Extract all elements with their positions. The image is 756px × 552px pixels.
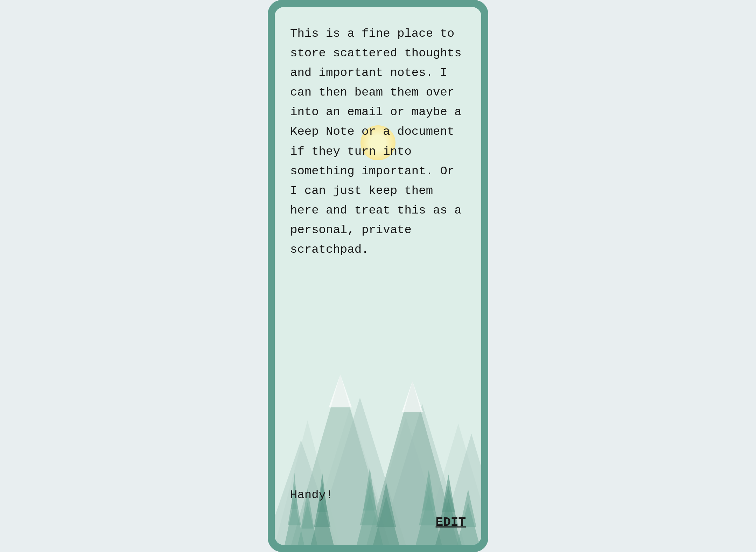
note-main-text: This is a fine place to store scattered … <box>290 24 466 464</box>
edit-button[interactable]: EDIT <box>436 515 466 530</box>
note-content: This is a fine place to store scattered … <box>275 7 481 485</box>
card-inner: This is a fine place to store scattered … <box>275 7 481 545</box>
bottom-area: Handy! EDIT <box>275 485 481 545</box>
note-extra-text: Handy! <box>290 485 466 505</box>
card-wrapper: This is a fine place to store scattered … <box>268 0 488 552</box>
